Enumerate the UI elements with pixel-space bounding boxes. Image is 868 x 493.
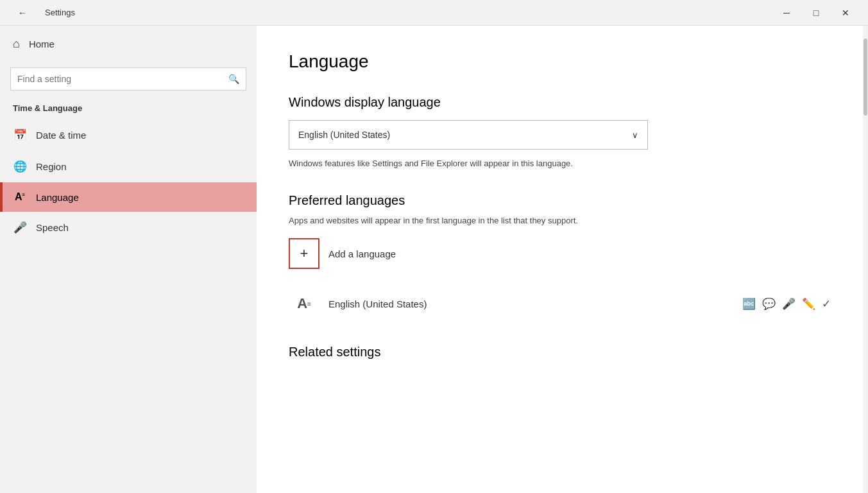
sidebar-item-label-date-time: Date & time [36,130,86,141]
speech-icon: 🎤 [13,221,27,234]
main-layout: ⌂ Home 🔍 Time & Language 📅 Date & time 🌐… [0,26,868,493]
home-label: Home [29,39,55,49]
titlebar-title: Settings [45,8,75,17]
lang-capability-icons: 🔤 💬 🎤 ✏️ ✓ [742,297,831,311]
add-language-button[interactable]: + Add a language [289,238,831,269]
page-title: Language [289,51,831,72]
sidebar-section-title: Time & Language [0,101,257,119]
region-icon: 🌐 [13,160,27,173]
sidebar-item-label-region: Region [36,161,67,172]
titlebar-controls: ─ □ ✕ [772,0,860,26]
add-language-plus-icon: + [289,238,319,269]
sidebar-item-speech[interactable]: 🎤 Speech [0,212,257,243]
search-input[interactable] [17,74,223,84]
preferred-title: Preferred languages [289,193,831,208]
sidebar-item-language[interactable]: A≡ Language [0,182,257,212]
maximize-button[interactable]: □ [801,0,831,26]
sidebar-item-label-language: Language [36,192,79,203]
sidebar-item-label-speech: Speech [36,222,69,233]
selected-language: English (United States) [298,130,390,140]
handwriting-icon: ✏️ [802,297,815,311]
text-to-speech-icon: 🔤 [742,297,756,311]
minimize-button[interactable]: ─ [772,0,801,26]
titlebar-left: ← Settings [8,0,75,26]
language-dropdown[interactable]: English (United States) ∨ [289,120,648,150]
microphone-icon: 🎤 [782,297,796,311]
home-icon: ⌂ [13,37,20,51]
lang-item-name: English (United States) [328,298,733,309]
sidebar-item-region[interactable]: 🌐 Region [0,151,257,182]
windows-display-description: Windows features like Settings and File … [289,157,648,170]
scrollbar-track[interactable] [863,26,868,493]
titlebar: ← Settings ─ □ ✕ [0,0,868,26]
date-time-icon: 📅 [13,128,27,142]
windows-display-title: Windows display language [289,95,831,110]
back-button[interactable]: ← [8,0,37,26]
close-button[interactable]: ✕ [831,0,860,26]
lang-item-icon: A≡ [289,288,319,319]
check-icon: ✓ [822,297,831,311]
add-language-label: Add a language [328,248,396,259]
search-icon: 🔍 [228,74,239,84]
chevron-down-icon: ∨ [632,130,638,140]
language-item-english: A≡ English (United States) 🔤 💬 🎤 ✏️ ✓ [289,282,831,325]
preferred-description: Apps and websites will appear in the fir… [289,214,648,227]
sidebar-item-home[interactable]: ⌂ Home [0,26,257,62]
sidebar: ⌂ Home 🔍 Time & Language 📅 Date & time 🌐… [0,26,257,493]
speech-recognition-icon: 💬 [762,297,776,311]
content-area: Language Windows display language Englis… [257,26,863,493]
related-settings-title: Related settings [289,345,831,359]
search-box[interactable]: 🔍 [10,67,246,91]
scrollbar-thumb[interactable] [864,39,867,116]
sidebar-item-date-time[interactable]: 📅 Date & time [0,119,257,151]
language-icon: A≡ [13,191,27,203]
